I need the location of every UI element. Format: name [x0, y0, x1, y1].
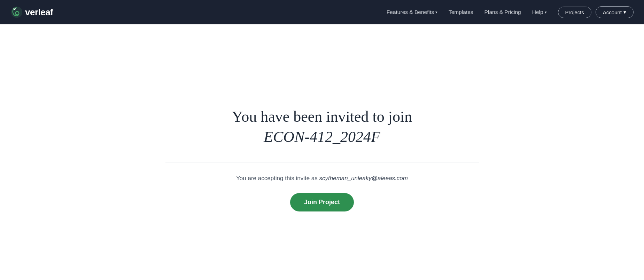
templates-link[interactable]: Templates: [444, 6, 478, 18]
invite-subtitle: You are accepting this invite as scythem…: [236, 175, 408, 182]
user-email: scytheman_unleaky@aleeas.com: [319, 175, 408, 182]
chevron-down-icon: ▾: [435, 10, 437, 15]
nav-item-templates: Templates: [444, 6, 478, 18]
nav-item-features: Features & Benefits ▾: [382, 6, 442, 18]
help-link[interactable]: Help ▾: [528, 6, 551, 18]
chevron-down-icon: ▾: [545, 10, 547, 15]
nav-item-plans: Plans & Pricing: [480, 6, 525, 18]
nav-buttons: Projects Account ▾: [558, 6, 634, 18]
main-content: You have been invited to join ECON-412_2…: [0, 24, 644, 280]
account-button[interactable]: Account ▾: [596, 6, 634, 18]
projects-button[interactable]: Projects: [558, 7, 591, 18]
invite-heading: You have been invited to join ECON-412_2…: [232, 107, 412, 146]
overleaf-logo-icon: [10, 6, 23, 18]
logo-text: verleaf: [25, 7, 53, 18]
nav-links: Features & Benefits ▾ Templates Plans & …: [382, 6, 551, 18]
logo-link[interactable]: verleaf: [10, 6, 53, 18]
join-project-button[interactable]: Join Project: [290, 193, 354, 211]
plans-pricing-link[interactable]: Plans & Pricing: [480, 6, 525, 18]
features-benefits-link[interactable]: Features & Benefits ▾: [382, 6, 442, 18]
project-name: ECON-412_2024F: [264, 128, 380, 145]
divider: [165, 162, 479, 162]
chevron-down-icon: ▾: [623, 9, 626, 15]
nav-item-help: Help ▾: [528, 6, 551, 18]
navbar: verleaf Features & Benefits ▾ Templates …: [0, 0, 644, 24]
